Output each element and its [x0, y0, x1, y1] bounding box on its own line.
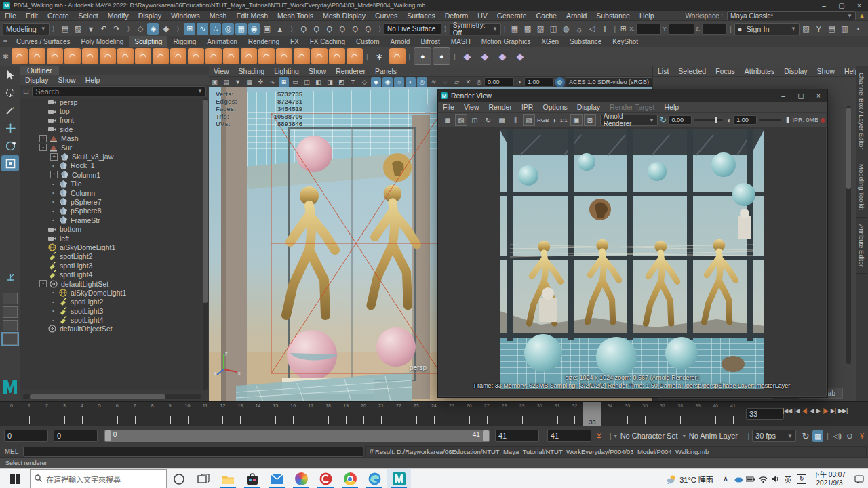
2d-pan-icon[interactable]: ✛	[256, 77, 266, 87]
render-view-menu-render[interactable]: Render	[484, 103, 517, 111]
update-erase-icon[interactable]: ∗	[372, 48, 388, 64]
outliner-item-skull-v3-jaw-6[interactable]: +Skull_v3_jaw	[20, 152, 202, 161]
outliner-tab[interactable]: Outliner	[20, 66, 59, 75]
safe-action-icon[interactable]: ◩	[336, 77, 347, 87]
attribute-menu-focus[interactable]: Focus	[711, 67, 740, 75]
grid-icon[interactable]: ⊞	[279, 77, 289, 87]
maximize-button[interactable]: ▢	[833, 2, 850, 9]
time-slider[interactable]: 0123456789101112131415161718192021222324…	[0, 401, 868, 426]
select-tool[interactable]	[1, 67, 19, 83]
attribute-editor-toggle-icon[interactable]: ▥	[839, 23, 850, 35]
render-settings-icon[interactable]: ◫	[548, 23, 559, 35]
menu-item-edit[interactable]: Edit	[21, 12, 43, 20]
pinch-tool-icon[interactable]: ◠	[82, 48, 98, 64]
range-slider[interactable]: 0 41	[104, 430, 490, 442]
outliner-item-column1-8[interactable]: +Column1	[20, 170, 202, 179]
knife-tool-icon[interactable]: ◠	[241, 48, 257, 64]
history-icon-4[interactable]: Ϙ	[336, 23, 348, 35]
render-view-menu-display[interactable]: Display	[572, 103, 605, 111]
amplify-tool-icon[interactable]: ◠	[294, 48, 310, 64]
flatten-tool-icon[interactable]: ◠	[100, 48, 116, 64]
shelf-tab-custom[interactable]: Custom	[351, 36, 384, 47]
outliner-item-rock-1-7[interactable]: •Rock_1	[20, 161, 202, 170]
render-view-minimize-button[interactable]: –	[774, 92, 792, 100]
pause-icon[interactable]: ‖	[599, 23, 611, 35]
isolate-icon[interactable]: ◌	[440, 77, 450, 87]
outliner-item-defaultlightset-20[interactable]: -defaultLightSet	[20, 279, 202, 288]
make-paintable-icon[interactable]: ●	[414, 47, 431, 65]
start-button[interactable]	[0, 469, 30, 488]
imprint-tool-icon[interactable]: ◠	[170, 48, 186, 64]
viewport-menu-lighting[interactable]: Lighting	[269, 67, 304, 75]
menu-item-edit-mesh[interactable]: Edit Mesh	[231, 12, 273, 20]
menu-item-mesh-display[interactable]: Mesh Display	[318, 12, 370, 20]
shelf-tab-substance[interactable]: Substance	[564, 36, 607, 47]
outliner-item-bottom-14[interactable]: bottom	[20, 224, 202, 233]
snap-to-point-icon[interactable]: ∴	[210, 23, 221, 35]
tray-expand-chevron[interactable]: ∧	[719, 469, 732, 488]
toolkit-toggle-icon[interactable]: ▧	[800, 23, 812, 35]
erase-target-icon[interactable]: ◠	[389, 48, 406, 64]
outliner-item-spotlight4-19[interactable]: spotLight4	[20, 270, 202, 279]
outliner-item-aiskydomelight1-16[interactable]: aiSkyDomeLight1	[20, 243, 202, 251]
notification-center-icon[interactable]	[850, 469, 868, 488]
layout-two-pane[interactable]	[3, 306, 18, 318]
spray-tool-icon[interactable]: ◠	[135, 48, 151, 64]
attribute-menu-selected[interactable]: Selected	[673, 67, 711, 75]
taskbar-icon-chrome[interactable]	[338, 469, 362, 488]
outliner-item-spotlight3-23[interactable]: •spotLight3	[20, 306, 202, 315]
menu-item-mesh-tools[interactable]: Mesh Tools	[273, 12, 318, 20]
viewport-menu-renderer[interactable]: Renderer	[331, 67, 370, 75]
bookmark-icon[interactable]: ▼	[233, 77, 243, 87]
close-button[interactable]: ×	[850, 2, 868, 9]
wax-tool-icon[interactable]: ◠	[188, 48, 204, 64]
outliner-menu-display[interactable]: Display	[20, 76, 53, 84]
taskbar-icon-maya[interactable]	[387, 469, 411, 488]
evaluation-mode-icon[interactable]: ¥	[856, 430, 867, 442]
relax-tool-icon[interactable]: ◠	[47, 48, 63, 64]
outliner-item-spotlight3-18[interactable]: spotLight3	[20, 261, 202, 270]
render-view-close-button[interactable]: ×	[810, 92, 827, 100]
sculpt-tool-icon[interactable]: ◠	[12, 48, 28, 64]
outliner-item-defaultobjectset-25[interactable]: defaultObjectSet	[20, 325, 202, 333]
step-back-key-button[interactable]: ◀|	[802, 407, 806, 414]
sidebar-tab-attribute-editor[interactable]: Attribute Editor	[856, 218, 867, 274]
render-view-menu-help[interactable]: Help	[659, 103, 684, 111]
exposure-icon[interactable]: ◎	[475, 77, 484, 87]
motion-blur-icon[interactable]: ≋	[429, 77, 439, 87]
fps-selector[interactable]: 30 fps ▼	[752, 430, 796, 442]
attribute-menu-list[interactable]: List	[653, 67, 673, 75]
render-view-menu-view[interactable]: View	[459, 103, 484, 111]
shelf-tab-rendering[interactable]: Rendering	[243, 36, 285, 47]
play-backwards-button[interactable]: ◀	[810, 407, 814, 414]
animation-start-field[interactable]: 0	[4, 430, 48, 442]
gamma-icon[interactable]: ◑	[515, 77, 524, 87]
menu-item-uv[interactable]: UV	[473, 12, 492, 20]
menu-set-selector[interactable]: Modeling ▼	[3, 23, 50, 35]
menu-item-generate[interactable]: Generate	[492, 12, 532, 20]
coordinate-grid-icon[interactable]: ⊞	[619, 23, 627, 35]
outliner-item-tile-9[interactable]: •Tile	[20, 180, 202, 188]
freeze-tool-icon[interactable]: ◠	[311, 48, 328, 64]
viewport-menu-shading[interactable]: Shading	[234, 67, 270, 75]
rgb-channel-button[interactable]: RGB	[537, 117, 549, 123]
attribute-menu-display[interactable]: Display	[779, 67, 812, 75]
repeat-tool-icon[interactable]: ◠	[153, 48, 169, 64]
loop-mode-icon[interactable]: ↻	[800, 430, 811, 442]
shadows-icon[interactable]: ◐	[406, 77, 416, 87]
outliner-horizontal-scrollbar[interactable]	[23, 394, 201, 399]
command-input[interactable]	[23, 447, 363, 457]
minimize-button[interactable]: –	[815, 2, 833, 9]
menu-item-file[interactable]: File	[0, 12, 21, 20]
shelf-tab-poly-modeling[interactable]: Poly Modeling	[75, 36, 129, 47]
menu-item-select[interactable]: Select	[74, 12, 103, 20]
outliner-item-framestr-13[interactable]: •FrameStr	[20, 216, 202, 224]
ao-icon[interactable]: ◎	[417, 77, 427, 87]
collapse-icon[interactable]: -	[39, 280, 47, 287]
outliner-item-top-1[interactable]: top	[20, 106, 202, 115]
playback-start-field[interactable]: 0	[54, 430, 98, 442]
film-gate-icon[interactable]: ▭	[290, 77, 300, 87]
lasso-tool[interactable]	[1, 85, 19, 101]
pose-editor-icon[interactable]: ●	[433, 47, 450, 65]
y-coordinate-field[interactable]	[669, 24, 694, 35]
